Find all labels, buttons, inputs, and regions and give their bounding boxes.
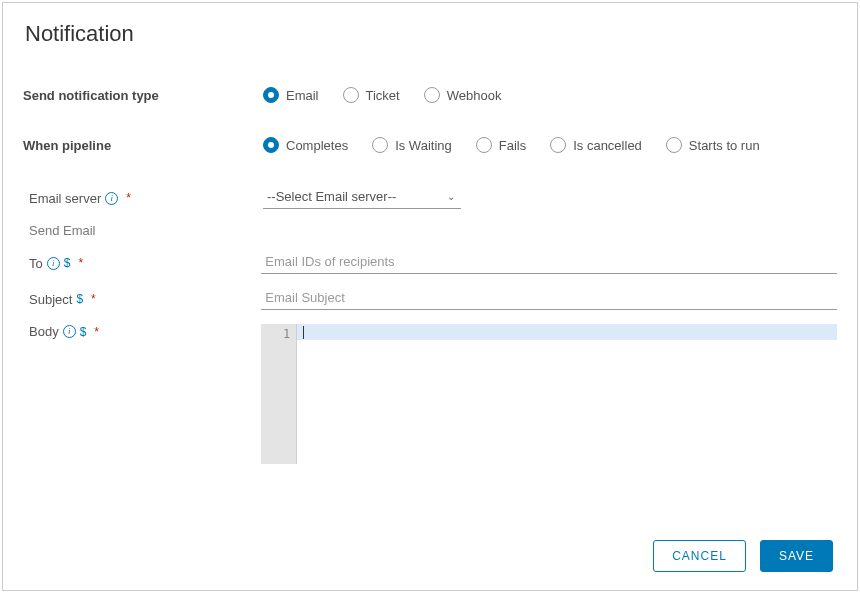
to-label: To i $ * <box>29 256 261 271</box>
email-server-label-text: Email server <box>29 191 101 206</box>
chevron-down-icon: ⌄ <box>447 191 455 202</box>
editor-code-area[interactable] <box>297 324 837 464</box>
radio-is-cancelled-label: Is cancelled <box>573 138 642 153</box>
radio-is-waiting-label: Is Waiting <box>395 138 452 153</box>
editor-active-line <box>297 324 837 340</box>
radio-webhook[interactable]: Webhook <box>424 87 502 103</box>
dialog-title: Notification <box>3 3 857 47</box>
radio-starts-to-run-label: Starts to run <box>689 138 760 153</box>
radio-icon <box>666 137 682 153</box>
radio-icon <box>263 137 279 153</box>
line-number: 1 <box>261 326 290 342</box>
radio-fails[interactable]: Fails <box>476 137 526 153</box>
radio-completes[interactable]: Completes <box>263 137 348 153</box>
to-label-text: To <box>29 256 43 271</box>
cursor-icon <box>303 326 304 339</box>
radio-fails-label: Fails <box>499 138 526 153</box>
radio-completes-label: Completes <box>286 138 348 153</box>
dialog-content: Send notification type Email Ticket Webh… <box>3 47 857 464</box>
subject-label-text: Subject <box>29 292 72 307</box>
required-mark: * <box>91 292 96 306</box>
row-notification-type: Send notification type Email Ticket Webh… <box>23 87 837 103</box>
variable-icon[interactable]: $ <box>76 292 83 306</box>
row-subject: Subject $ * <box>29 288 837 310</box>
radio-starts-to-run[interactable]: Starts to run <box>666 137 760 153</box>
required-mark: * <box>94 325 99 339</box>
radio-icon <box>372 137 388 153</box>
body-label-text: Body <box>29 324 59 339</box>
row-body: Body i $ * 1 <box>29 324 837 464</box>
row-when-pipeline: When pipeline Completes Is Waiting Fails… <box>23 137 837 153</box>
required-mark: * <box>78 256 83 270</box>
row-to: To i $ * <box>29 252 837 274</box>
radio-icon <box>424 87 440 103</box>
radio-icon <box>476 137 492 153</box>
radio-email-label: Email <box>286 88 319 103</box>
save-button[interactable]: SAVE <box>760 540 833 572</box>
row-email-server: Email server i * --Select Email server--… <box>29 187 837 209</box>
when-pipeline-label: When pipeline <box>23 138 263 153</box>
variable-icon[interactable]: $ <box>64 256 71 270</box>
body-editor[interactable]: 1 <box>261 324 837 464</box>
send-email-heading: Send Email <box>29 223 837 238</box>
radio-webhook-label: Webhook <box>447 88 502 103</box>
info-icon[interactable]: i <box>63 325 76 338</box>
notification-type-group: Email Ticket Webhook <box>263 87 501 103</box>
email-server-select[interactable]: --Select Email server-- ⌄ <box>263 187 461 209</box>
radio-ticket[interactable]: Ticket <box>343 87 400 103</box>
subject-input[interactable] <box>261 288 837 310</box>
email-server-label: Email server i * <box>29 191 263 206</box>
when-pipeline-group: Completes Is Waiting Fails Is cancelled … <box>263 137 760 153</box>
radio-is-cancelled[interactable]: Is cancelled <box>550 137 642 153</box>
required-mark: * <box>126 191 131 205</box>
notification-type-label: Send notification type <box>23 88 263 103</box>
radio-icon <box>550 137 566 153</box>
cancel-button[interactable]: CANCEL <box>653 540 746 572</box>
info-icon[interactable]: i <box>105 192 118 205</box>
variable-icon[interactable]: $ <box>80 325 87 339</box>
email-server-placeholder: --Select Email server-- <box>267 189 396 204</box>
dialog-footer: CANCEL SAVE <box>653 540 833 572</box>
email-form-section: Email server i * --Select Email server--… <box>23 187 837 464</box>
radio-ticket-label: Ticket <box>366 88 400 103</box>
info-icon[interactable]: i <box>47 257 60 270</box>
notification-dialog: Notification Send notification type Emai… <box>2 2 858 591</box>
subject-label: Subject $ * <box>29 292 261 307</box>
radio-email[interactable]: Email <box>263 87 319 103</box>
body-label: Body i $ * <box>29 324 261 339</box>
editor-gutter: 1 <box>261 324 297 464</box>
to-input[interactable] <box>261 252 837 274</box>
radio-icon <box>263 87 279 103</box>
radio-is-waiting[interactable]: Is Waiting <box>372 137 452 153</box>
radio-icon <box>343 87 359 103</box>
